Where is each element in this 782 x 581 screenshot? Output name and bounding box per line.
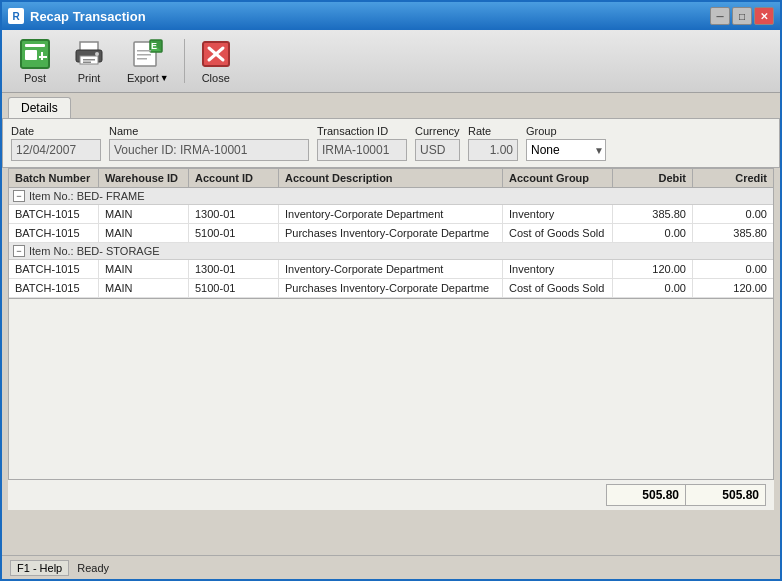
svg-rect-1 [25, 50, 37, 60]
svg-rect-14 [137, 50, 151, 52]
group-select[interactable]: None Group 1 Group 2 [526, 139, 606, 161]
cell-account-desc: Inventory-Corporate Department [279, 205, 503, 223]
cell-warehouse: MAIN [99, 279, 189, 297]
toolbar-separator [184, 39, 185, 83]
cell-account-id: 5100-01 [189, 224, 279, 242]
tab-details[interactable]: Details [8, 97, 71, 118]
app-icon: R [8, 8, 24, 24]
group-label: Group [526, 125, 606, 137]
col-batch-number: Batch Number [9, 169, 99, 187]
svg-rect-10 [83, 62, 91, 64]
cell-debit: 0.00 [613, 279, 693, 297]
app-window: R Recap Transaction ─ □ ✕ Post [0, 0, 782, 581]
table-row: BATCH-1015 MAIN 1300-01 Inventory-Corpor… [9, 260, 773, 279]
close-icon [200, 38, 232, 70]
toolbar: Post Print [2, 30, 780, 93]
window-close-button[interactable]: ✕ [754, 7, 774, 25]
currency-group: Currency [415, 125, 460, 161]
cell-debit: 385.80 [613, 205, 693, 223]
rate-label: Rate [468, 125, 518, 137]
post-button[interactable]: Post [10, 34, 60, 88]
export-dropdown-arrow: ▼ [160, 73, 169, 83]
status-text: Ready [77, 562, 109, 574]
transaction-id-group: Transaction ID [317, 125, 407, 161]
table-row: BATCH-1015 MAIN 1300-01 Inventory-Corpor… [9, 205, 773, 224]
cell-warehouse: MAIN [99, 205, 189, 223]
group-toggle-bed-frame[interactable]: − [13, 190, 25, 202]
group-select-wrapper: None Group 1 Group 2 ▼ [526, 139, 606, 161]
date-input[interactable] [11, 139, 101, 161]
export-button[interactable]: E Export ▼ [118, 34, 178, 88]
print-label: Print [78, 72, 101, 84]
cell-credit: 120.00 [693, 279, 773, 297]
print-icon [73, 38, 105, 70]
export-label: Export [127, 72, 159, 84]
currency-label: Currency [415, 125, 460, 137]
cell-credit: 0.00 [693, 205, 773, 223]
table-row: BATCH-1015 MAIN 5100-01 Purchases Invent… [9, 224, 773, 243]
data-grid: Batch Number Warehouse ID Account ID Acc… [8, 168, 774, 299]
col-account-group: Account Group [503, 169, 613, 187]
cell-credit: 385.80 [693, 224, 773, 242]
print-button[interactable]: Print [64, 34, 114, 88]
help-button[interactable]: F1 - Help [10, 560, 69, 576]
group-label-bed-frame: Item No.: BED- FRAME [29, 190, 145, 202]
cell-account-desc: Purchases Inventory-Corporate Departme [279, 279, 503, 297]
maximize-button[interactable]: □ [732, 7, 752, 25]
cell-debit: 0.00 [613, 224, 693, 242]
svg-rect-9 [83, 59, 95, 61]
grid-empty-space [8, 299, 774, 479]
window-controls: ─ □ ✕ [710, 7, 774, 25]
svg-rect-4 [41, 52, 43, 60]
svg-rect-2 [25, 44, 45, 47]
group-label-bed-storage: Item No.: BED- STORAGE [29, 245, 160, 257]
tabs-bar: Details [2, 93, 780, 118]
cell-account-group: Inventory [503, 260, 613, 278]
cell-account-group: Inventory [503, 205, 613, 223]
svg-point-8 [95, 52, 99, 56]
svg-rect-15 [137, 54, 151, 56]
grid-header: Batch Number Warehouse ID Account ID Acc… [9, 169, 773, 188]
col-account-id: Account ID [189, 169, 279, 187]
cell-account-group: Cost of Goods Sold [503, 224, 613, 242]
minimize-button[interactable]: ─ [710, 7, 730, 25]
name-label: Name [109, 125, 309, 137]
rate-input[interactable] [468, 139, 518, 161]
group-group: Group None Group 1 Group 2 ▼ [526, 125, 606, 161]
cell-account-id: 1300-01 [189, 205, 279, 223]
name-input[interactable] [109, 139, 309, 161]
cell-batch: BATCH-1015 [9, 224, 99, 242]
col-debit: Debit [613, 169, 693, 187]
cell-warehouse: MAIN [99, 224, 189, 242]
cell-account-desc: Purchases Inventory-Corporate Departme [279, 224, 503, 242]
table-row: BATCH-1015 MAIN 5100-01 Purchases Invent… [9, 279, 773, 298]
transaction-id-label: Transaction ID [317, 125, 407, 137]
cell-batch: BATCH-1015 [9, 260, 99, 278]
close-label: Close [202, 72, 230, 84]
currency-input[interactable] [415, 139, 460, 161]
cell-warehouse: MAIN [99, 260, 189, 278]
cell-credit: 0.00 [693, 260, 773, 278]
group-toggle-bed-storage[interactable]: − [13, 245, 25, 257]
cell-debit: 120.00 [613, 260, 693, 278]
col-credit: Credit [693, 169, 773, 187]
export-icon: E [132, 38, 164, 70]
transaction-id-input[interactable] [317, 139, 407, 161]
group-row-bed-frame: − Item No.: BED- FRAME [9, 188, 773, 205]
name-group: Name [109, 125, 309, 161]
content-area: Details Date Name Transaction ID Currenc… [2, 93, 780, 579]
cell-account-id: 1300-01 [189, 260, 279, 278]
svg-rect-16 [137, 58, 147, 60]
grid-body: − Item No.: BED- FRAME BATCH-1015 MAIN 1… [9, 188, 773, 298]
status-bar: F1 - Help Ready [2, 555, 780, 579]
title-bar: R Recap Transaction ─ □ ✕ [2, 2, 780, 30]
cell-account-id: 5100-01 [189, 279, 279, 297]
window-title: Recap Transaction [30, 9, 710, 24]
cell-account-desc: Inventory-Corporate Department [279, 260, 503, 278]
cell-batch: BATCH-1015 [9, 279, 99, 297]
form-area: Date Name Transaction ID Currency Rate G… [2, 118, 780, 168]
date-label: Date [11, 125, 101, 137]
col-warehouse-id: Warehouse ID [99, 169, 189, 187]
close-button[interactable]: Close [191, 34, 241, 88]
date-group: Date [11, 125, 101, 161]
